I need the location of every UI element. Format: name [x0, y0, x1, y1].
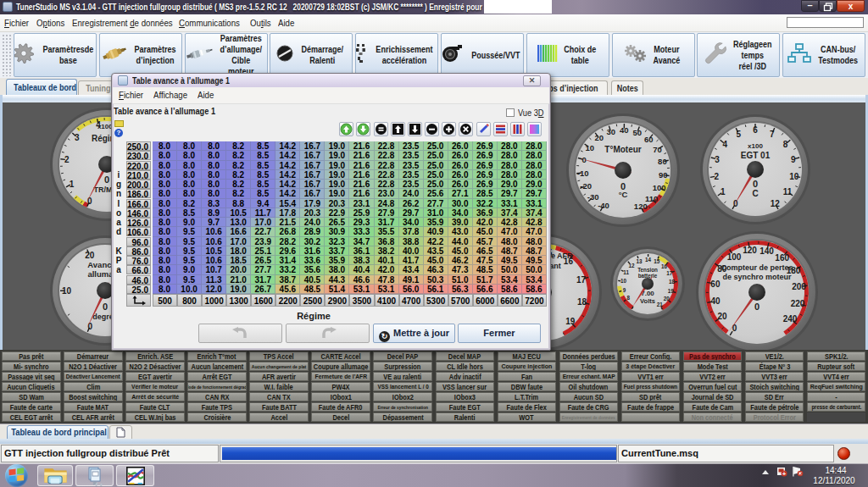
- svg-text:de synchro moteur: de synchro moteur: [722, 273, 792, 281]
- svg-text:18: 18: [669, 279, 676, 285]
- svg-text:50: 50: [632, 128, 642, 137]
- svg-text:220: 220: [791, 299, 805, 308]
- svg-text:C: C: [752, 189, 758, 198]
- svg-text:8: 8: [626, 295, 630, 301]
- svg-text:0: 0: [103, 302, 108, 312]
- svg-text:20: 20: [717, 312, 727, 321]
- svg-text:0: 0: [733, 199, 738, 208]
- svg-text:EGT 01: EGT 01: [741, 151, 771, 160]
- svg-text:17: 17: [666, 270, 673, 276]
- svg-text:15: 15: [654, 258, 660, 264]
- svg-text:5: 5: [737, 130, 742, 139]
- svg-text:9: 9: [623, 287, 626, 293]
- svg-text:12: 12: [771, 199, 781, 208]
- svg-text:Compteur de pertes: Compteur de pertes: [721, 263, 793, 272]
- svg-text:200: 200: [792, 282, 806, 291]
- svg-text:7: 7: [770, 130, 775, 139]
- svg-text:40: 40: [620, 125, 629, 135]
- svg-text:20: 20: [85, 251, 95, 260]
- svg-text:140: 140: [760, 246, 774, 256]
- svg-text:160: 160: [775, 253, 789, 263]
- svg-text:20: 20: [594, 133, 604, 142]
- svg-text:1: 1: [721, 187, 726, 196]
- svg-text:1: 1: [70, 180, 75, 189]
- svg-text:120: 120: [743, 246, 757, 255]
- svg-text:2: 2: [714, 172, 719, 181]
- svg-text:80: 80: [658, 157, 667, 166]
- svg-text:0: 0: [87, 196, 92, 206]
- svg-text:+: +: [782, 471, 786, 477]
- svg-text:100: 100: [727, 252, 742, 262]
- svg-text:90: 90: [659, 170, 668, 180]
- svg-text:11: 11: [623, 269, 629, 275]
- svg-text:3: 3: [715, 155, 720, 164]
- svg-text:21: 21: [657, 302, 664, 307]
- svg-text:70: 70: [653, 145, 662, 154]
- svg-text:10: 10: [620, 278, 627, 284]
- svg-text:10: 10: [586, 143, 595, 152]
- svg-text:x100: x100: [748, 142, 763, 150]
- svg-text:0: 0: [104, 174, 109, 185]
- svg-text:3: 3: [75, 133, 80, 142]
- svg-text:-10: -10: [577, 169, 589, 178]
- svg-text:240: 240: [783, 314, 798, 324]
- svg-text:-30: -30: [587, 192, 599, 202]
- svg-text:°C: °C: [619, 190, 628, 199]
- svg-text:18: 18: [577, 297, 587, 307]
- svg-text:Volts: Volts: [640, 297, 655, 305]
- svg-text:6: 6: [753, 125, 758, 135]
- svg-text:Tension: Tension: [637, 267, 658, 273]
- svg-text:30: 30: [606, 127, 615, 136]
- svg-text:4: 4: [723, 140, 728, 149]
- svg-text:60: 60: [644, 135, 654, 144]
- svg-text:120: 120: [634, 202, 648, 211]
- svg-text:12: 12: [629, 263, 636, 268]
- svg-text:10: 10: [789, 172, 799, 181]
- svg-text:batterie: batterie: [638, 273, 658, 279]
- svg-text:20: 20: [664, 296, 670, 302]
- svg-text:17: 17: [576, 275, 587, 285]
- svg-text:11: 11: [783, 187, 793, 196]
- svg-text:19: 19: [565, 317, 576, 326]
- svg-text:8: 8: [783, 140, 788, 149]
- svg-text:2: 2: [64, 155, 70, 164]
- svg-text:60: 60: [710, 279, 721, 289]
- svg-text:0: 0: [87, 322, 92, 331]
- svg-text:0: 0: [732, 324, 737, 333]
- svg-text:0: 0: [754, 302, 760, 312]
- svg-text:14: 14: [645, 257, 652, 263]
- svg-text:13: 13: [637, 258, 643, 264]
- svg-text:-40: -40: [598, 201, 609, 210]
- svg-text:100: 100: [653, 183, 666, 192]
- svg-text:T°Moteur: T°Moteur: [604, 145, 642, 154]
- svg-text:16: 16: [661, 263, 668, 269]
- svg-text:-20: -20: [580, 181, 592, 191]
- svg-text:0: 0: [753, 179, 758, 189]
- svg-text:19: 19: [668, 288, 675, 294]
- svg-text:9: 9: [791, 155, 796, 164]
- svg-text:10: 10: [62, 286, 72, 296]
- svg-text:40: 40: [711, 296, 721, 306]
